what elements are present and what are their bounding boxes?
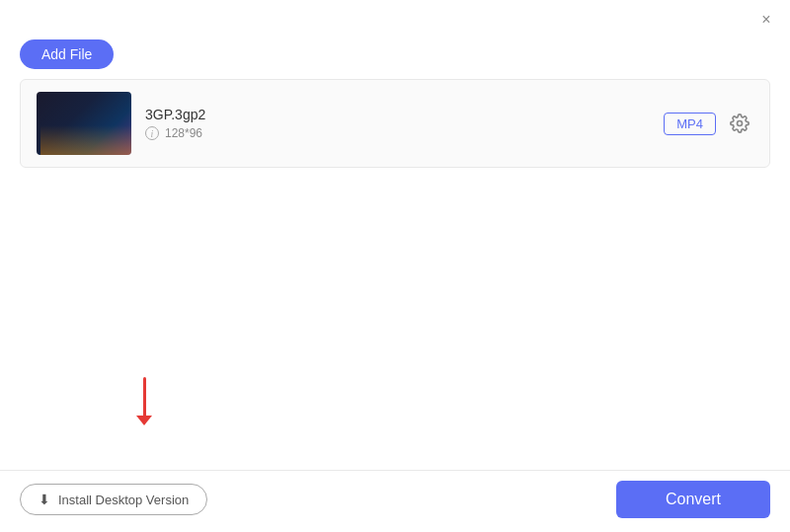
thumbnail-image — [37, 92, 131, 155]
info-icon: i — [145, 126, 159, 140]
settings-button[interactable] — [726, 110, 753, 137]
file-actions: MP4 — [664, 110, 753, 137]
file-resolution: 128*96 — [165, 126, 202, 140]
thumbnail-overlay — [40, 125, 131, 155]
file-thumbnail — [37, 92, 131, 155]
convert-button[interactable]: Convert — [616, 481, 770, 518]
bottom-bar: ⬇ Install Desktop Version Convert — [0, 470, 790, 532]
format-panel: MP4 MOV MKV AVI M4V FLV — [0, 472, 790, 532]
arrow-head — [136, 416, 152, 425]
format-badge[interactable]: MP4 — [664, 113, 716, 135]
title-bar: × — [0, 0, 790, 34]
file-name: 3GP.3gp2 — [145, 107, 650, 122]
svg-point-0 — [738, 121, 743, 126]
file-list: 3GP.3gp2 i 128*96 MP4 — [20, 79, 770, 168]
file-info: 3GP.3gp2 i 128*96 — [145, 107, 650, 140]
close-button[interactable]: × — [756, 10, 776, 30]
install-desktop-button[interactable]: ⬇ Install Desktop Version — [20, 484, 207, 515]
file-item: 3GP.3gp2 i 128*96 MP4 — [21, 80, 769, 167]
add-file-button[interactable]: Add File — [20, 39, 114, 69]
install-label: Install Desktop Version — [58, 493, 189, 507]
arrow-shaft — [143, 377, 146, 417]
arrow-indicator — [136, 377, 152, 425]
file-meta: i 128*96 — [145, 126, 650, 140]
download-icon: ⬇ — [39, 492, 50, 507]
toolbar: Add File — [0, 34, 790, 79]
